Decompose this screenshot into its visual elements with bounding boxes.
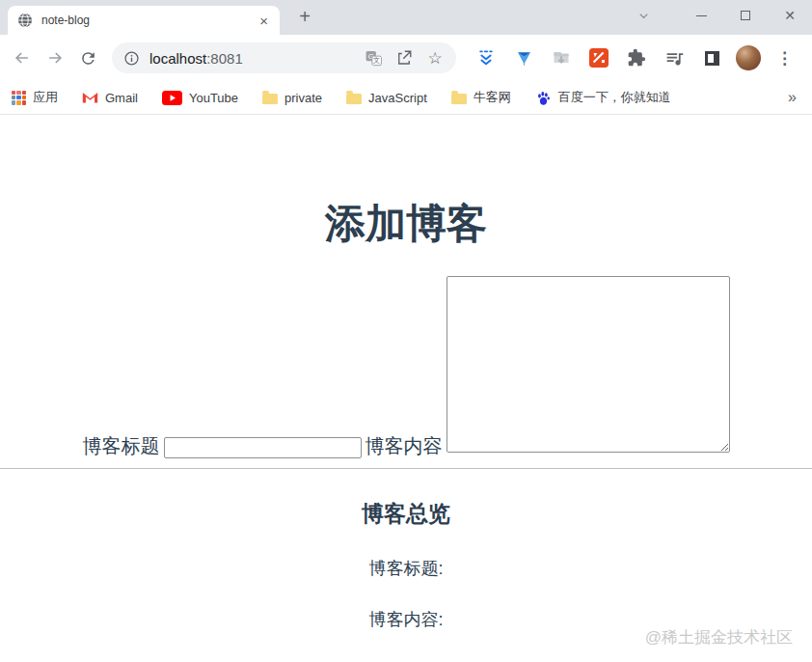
profile-avatar[interactable] [736, 45, 761, 70]
tab-title: note-blog [41, 14, 256, 27]
folder-icon [451, 94, 467, 104]
folder-icon [262, 94, 278, 104]
extension-area [475, 47, 722, 69]
browser-toolbar: localhost:8081 G 文 ☆ [0, 35, 812, 81]
baidu-paw-icon [535, 90, 552, 106]
blog-title-label: 博客标题 [83, 435, 160, 456]
bookmark-star-icon[interactable]: ☆ [423, 46, 447, 69]
page-title: 添加博客 [0, 115, 812, 251]
reload-icon[interactable] [71, 41, 104, 74]
info-icon[interactable] [123, 50, 140, 67]
close-tab-icon[interactable]: × [256, 14, 272, 28]
bookmark-folder-nowcoder[interactable]: 牛客网 [451, 89, 511, 106]
package-download-extension-icon[interactable] [551, 47, 572, 69]
blog-content-textarea[interactable] [447, 276, 730, 453]
new-tab-button[interactable]: + [291, 3, 318, 30]
svg-text:文: 文 [373, 56, 380, 65]
code-slash-extension-icon[interactable] [588, 47, 609, 69]
youtube-icon [162, 91, 182, 105]
kebab-menu-icon[interactable]: ⋮ [771, 48, 798, 69]
overview-title-line: 博客标题: [0, 557, 812, 580]
browser-tab[interactable]: note-blog × [8, 6, 280, 35]
apps-grid-icon [12, 91, 26, 105]
close-window-button[interactable]: ✕ [768, 0, 812, 31]
side-panel-icon[interactable] [701, 47, 722, 69]
gem-balloon-extension-icon[interactable] [513, 47, 534, 69]
blog-form: 博客标题博客内容 [0, 276, 812, 459]
overview-heading: 博客总览 [0, 499, 812, 529]
share-icon[interactable] [392, 46, 416, 69]
maximize-window-button[interactable] [723, 0, 768, 31]
browser-window: note-blog × + ✕ localhost:8081 [0, 0, 812, 662]
minimize-window-button[interactable] [679, 0, 723, 31]
bookmark-folder-javascript[interactable]: JavaScript [346, 91, 427, 105]
section-divider [0, 468, 812, 469]
bookmarks-overflow-chevron[interactable]: » [784, 89, 800, 106]
url-text[interactable]: localhost:8081 [149, 50, 243, 67]
chevron-down-icon[interactable] [621, 0, 665, 31]
folder-icon [346, 94, 362, 104]
bookmark-folder-private[interactable]: private [262, 91, 322, 105]
playlist-extension-icon[interactable] [663, 47, 685, 69]
globe-favicon-icon [17, 13, 33, 28]
watermark: @稀土掘金技术社区 [645, 626, 793, 648]
extensions-puzzle-icon[interactable] [626, 47, 647, 69]
bookmark-baidu[interactable]: 百度一下，你就知道 [535, 89, 671, 106]
scroll-chevrons-extension-icon[interactable] [475, 47, 497, 69]
address-bar[interactable]: localhost:8081 G 文 ☆ [112, 42, 456, 73]
bookmark-youtube[interactable]: YouTube [162, 91, 238, 105]
gmail-icon [82, 91, 98, 104]
tab-strip: note-blog × + ✕ [0, 0, 812, 35]
back-icon[interactable] [6, 41, 39, 74]
window-controls: ✕ [621, 0, 812, 31]
bookmark-gmail[interactable]: Gmail [82, 91, 138, 105]
blog-title-input[interactable] [164, 437, 362, 458]
blog-content-label: 博客内容 [365, 435, 443, 456]
page-content: 添加博客 博客标题博客内容 博客总览 博客标题: 博客内容: @稀土掘金技术社区 [0, 115, 812, 661]
forward-icon[interactable] [39, 41, 71, 74]
bookmarks-bar: 应用 Gmail YouTube private JavaScript 牛客网 [0, 81, 812, 115]
bookmark-apps[interactable]: 应用 [12, 89, 58, 106]
translate-icon[interactable]: G 文 [362, 46, 385, 69]
